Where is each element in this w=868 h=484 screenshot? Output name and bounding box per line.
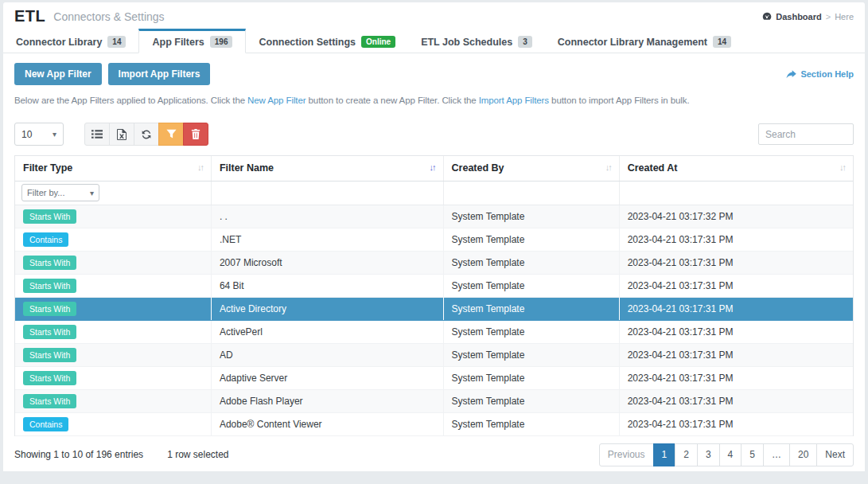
table-toolbar: 10 ▾: [14, 123, 854, 146]
tab-connection-settings[interactable]: Connection SettingsOnline: [246, 29, 408, 53]
main-card: ETL Connectors & Settings Dashboard > He…: [3, 2, 865, 471]
page-button-20[interactable]: 20: [789, 443, 817, 466]
tab-label: App Filters: [152, 37, 204, 48]
page-button-1[interactable]: 1: [653, 443, 676, 466]
cell-filter-type: Starts With: [15, 343, 211, 366]
cell-created-by: System Template: [443, 228, 619, 251]
tab-bar: Connector Library14App Filters196Connect…: [3, 29, 865, 53]
sort-icon[interactable]: ↓↑: [605, 162, 611, 172]
column-header-created-by[interactable]: ↓↑Created By: [443, 156, 619, 181]
column-header-filter-type[interactable]: ↓↑Filter Type: [15, 156, 211, 181]
refresh-button[interactable]: [134, 123, 159, 146]
section-help-label: Section Help: [800, 69, 854, 79]
filter-type-badge: Starts With: [23, 394, 76, 408]
table-row[interactable]: Starts WithActive DirectorySystem Templa…: [15, 297, 853, 320]
filter-by-select[interactable]: Filter by... ▾: [21, 184, 99, 201]
list-icon: [91, 129, 103, 139]
cell-filter-name: AD: [211, 343, 443, 366]
page-size-select[interactable]: 10 ▾: [14, 123, 64, 146]
cell-filter-type: Starts With: [15, 297, 211, 320]
new-app-filter-button[interactable]: New App Filter: [14, 63, 102, 85]
column-label: Created By: [452, 162, 504, 174]
app-filters-table: Filter by... ▾ ↓↑Filter Type↓↑Filter Nam…: [14, 155, 854, 436]
page-button-next[interactable]: Next: [816, 443, 854, 466]
tab-connector-library-management[interactable]: Connector Library Management14: [545, 29, 744, 53]
cell-filter-name: . .: [211, 205, 443, 228]
cell-created-by: System Template: [443, 343, 619, 366]
cell-created-at: 2023-04-21 03:17:31 PM: [619, 343, 853, 366]
section-help-link[interactable]: Section Help: [786, 69, 854, 79]
tab-badge: 14: [713, 36, 731, 48]
tab-etl-job-schedules[interactable]: ETL Job Schedules3: [408, 29, 545, 53]
table-row[interactable]: ContainsAdobe® Content ViewerSystem Temp…: [15, 412, 853, 435]
page-button-[interactable]: …: [763, 443, 790, 466]
cell-filter-name: Active Directory: [211, 297, 443, 320]
search-input[interactable]: [758, 123, 854, 145]
table-row[interactable]: Starts With64 BitSystem Template2023-04-…: [15, 274, 853, 297]
breadcrumb-separator: >: [826, 12, 831, 21]
cell-created-at: 2023-04-21 03:17:31 PM: [619, 251, 853, 274]
cell-filter-name: 2007 Microsoft: [211, 251, 443, 274]
dashboard-icon: [762, 12, 772, 21]
tab-label: Connector Library Management: [558, 37, 707, 48]
filter-type-badge: Starts With: [23, 371, 76, 385]
page-button-previous[interactable]: Previous: [599, 443, 654, 466]
header-bar: ETL Connectors & Settings Dashboard > He…: [3, 2, 865, 26]
breadcrumb-dashboard-link[interactable]: Dashboard: [776, 12, 821, 21]
import-app-filters-inline-link[interactable]: Import App Filters: [479, 96, 549, 105]
sort-icon[interactable]: ↓↑: [430, 162, 435, 172]
description-text: button to import App Filters in bulk.: [549, 96, 689, 105]
column-header-created-at[interactable]: ↓↑Created At: [619, 156, 853, 181]
cell-created-at: 2023-04-21 03:17:31 PM: [619, 274, 853, 297]
page-button-4[interactable]: 4: [719, 443, 742, 466]
table-row[interactable]: Starts WithActivePerlSystem Template2023…: [15, 320, 853, 343]
page-button-3[interactable]: 3: [697, 443, 720, 466]
table-head: ↓↑Filter Type↓↑Filter Name↓↑Created By↓↑…: [15, 156, 853, 181]
filter-by-value: Filter by...: [27, 188, 64, 197]
rows-selected-label: 1 row selected: [167, 449, 228, 460]
table-row[interactable]: Contains.NETSystem Template2023-04-21 03…: [15, 228, 853, 251]
filter-type-badge: Starts With: [23, 348, 76, 362]
new-app-filter-inline-link[interactable]: New App Filter: [247, 96, 306, 105]
table-row[interactable]: Starts WithAdobe Flash PlayerSystem Temp…: [15, 389, 853, 412]
tab-app-filters[interactable]: App Filters196: [138, 29, 246, 53]
cell-created-at: 2023-04-21 03:17:32 PM: [619, 205, 853, 228]
column-visibility-button[interactable]: [84, 123, 110, 146]
table-row[interactable]: Starts With2007 MicrosoftSystem Template…: [15, 251, 853, 274]
table-row[interactable]: Starts WithADSystem Template2023-04-21 0…: [15, 343, 853, 366]
table-row[interactable]: Starts WithAdaptive ServerSystem Templat…: [15, 366, 853, 389]
cell-filter-type: Starts With: [15, 205, 211, 228]
cell-created-by: System Template: [443, 389, 619, 412]
delete-button[interactable]: [183, 123, 208, 146]
tab-badge: 196: [210, 36, 233, 48]
filter-type-badge: Contains: [23, 417, 68, 431]
page-button-2[interactable]: 2: [675, 443, 698, 466]
cell-filter-name: Adobe Flash Player: [211, 389, 443, 412]
tab-label: Connection Settings: [259, 37, 356, 48]
tab-badge: 3: [518, 36, 532, 48]
column-label: Filter Name: [220, 162, 274, 174]
filter-icon: [166, 129, 177, 139]
share-arrow-icon: [786, 70, 796, 79]
column-header-filter-name[interactable]: ↓↑Filter Name: [211, 156, 443, 181]
sort-icon[interactable]: ↓↑: [197, 162, 203, 172]
toolbar-button-group: [84, 123, 208, 146]
cell-created-at: 2023-04-21 03:17:31 PM: [619, 412, 853, 435]
page-button-5[interactable]: 5: [741, 443, 764, 466]
filter-button[interactable]: [158, 123, 184, 146]
cell-filter-type: Starts With: [15, 320, 211, 343]
tab-connector-library[interactable]: Connector Library14: [3, 29, 138, 53]
cell-filter-name: .NET: [211, 228, 443, 251]
import-app-filters-button[interactable]: Import App Filters: [108, 63, 211, 85]
export-excel-button[interactable]: [109, 123, 134, 146]
cell-filter-name: ActivePerl: [211, 320, 443, 343]
table-row[interactable]: Starts With. .System Template2023-04-21 …: [15, 205, 853, 228]
pagination: Previous12345…20Next: [599, 443, 854, 466]
content: New App Filter Import App Filters Sectio…: [3, 53, 865, 466]
tab-badge: 14: [107, 36, 126, 48]
cell-created-by: System Template: [443, 205, 619, 228]
sort-icon[interactable]: ↓↑: [839, 162, 845, 172]
filter-type-badge: Starts With: [23, 279, 76, 293]
cell-created-by: System Template: [443, 251, 619, 274]
export-file-icon: [117, 129, 127, 140]
